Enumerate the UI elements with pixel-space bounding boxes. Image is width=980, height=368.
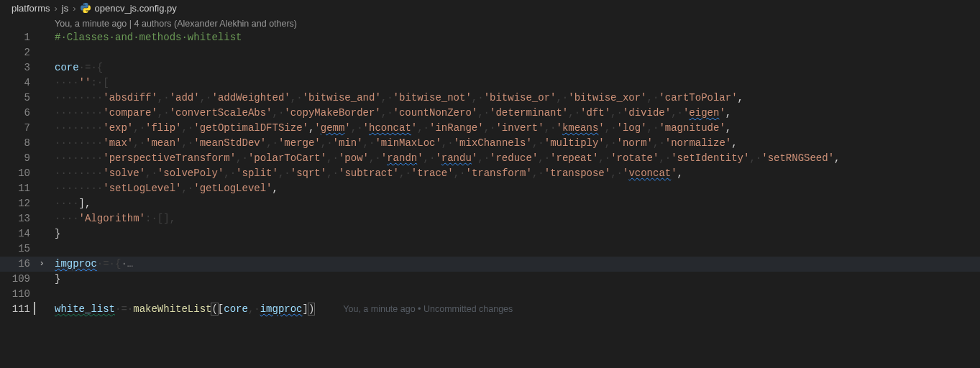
line-number: 6 bbox=[0, 106, 36, 121]
line-number: 12 bbox=[0, 196, 36, 211]
line-number: 3 bbox=[0, 60, 36, 75]
fold-collapsed-icon[interactable]: › bbox=[36, 257, 47, 272]
code-text: ········'solve',·'solvePoly',·'split',·'… bbox=[47, 166, 980, 181]
chevron-right-icon: › bbox=[73, 3, 75, 14]
line-number: 9 bbox=[0, 151, 36, 166]
breadcrumb-seg[interactable]: platforms bbox=[12, 3, 50, 14]
git-codelens[interactable]: You, a minute ago | 4 authors (Alexander… bbox=[0, 19, 980, 29]
line-number: 109 bbox=[0, 272, 36, 287]
code-editor[interactable]: 1#·Classes·and·methods·whitelist 2 3core… bbox=[0, 30, 980, 317]
breadcrumb-seg[interactable]: js bbox=[62, 3, 68, 14]
line-number: 15 bbox=[0, 242, 36, 257]
code-text: ········'absdiff',·'add',·'addWeighted',… bbox=[47, 91, 980, 106]
line-number: 1 bbox=[0, 30, 36, 45]
code-text: ········'perspectiveTransform',·'polarTo… bbox=[47, 151, 980, 166]
code-text: ········'setLogLevel',·'getLogLevel', bbox=[47, 181, 980, 196]
code-text: white_list·=·makeWhiteList([core,·imgpro… bbox=[47, 302, 980, 317]
line-number: 16 bbox=[0, 257, 36, 272]
line-number: 10 bbox=[0, 166, 36, 181]
chevron-right-icon: › bbox=[54, 3, 57, 14]
breadcrumb-file[interactable]: opencv_js.config.py bbox=[95, 3, 177, 14]
line-number: 14 bbox=[0, 226, 36, 242]
inline-git-blame[interactable]: You, a minute ago • Uncommitted changes bbox=[343, 304, 513, 314]
line-number: 110 bbox=[0, 287, 36, 302]
python-icon bbox=[81, 3, 91, 13]
line-number: 8 bbox=[0, 136, 36, 151]
line-number: 111 bbox=[0, 302, 36, 317]
line-number: 7 bbox=[0, 121, 36, 136]
code-text: ········'compare',·'convertScaleAbs',·'c… bbox=[47, 106, 980, 121]
line-number: 2 bbox=[0, 45, 36, 60]
code-text: ········'exp',·'flip',·'getOptimalDFTSiz… bbox=[47, 121, 980, 136]
line-number: 5 bbox=[0, 91, 36, 106]
gutter-cursor-indicator bbox=[34, 302, 35, 315]
line-number: 11 bbox=[0, 181, 36, 196]
breadcrumb[interactable]: platforms › js › opencv_js.config.py bbox=[0, 0, 980, 16]
line-number: 4 bbox=[0, 75, 36, 91]
code-text: #·Classes·and·methods·whitelist bbox=[55, 32, 242, 43]
code-text: ········'max',·'mean',·'meanStdDev',·'me… bbox=[47, 136, 980, 151]
line-number: 13 bbox=[0, 211, 36, 226]
folded-ellipsis[interactable]: ·… bbox=[121, 258, 133, 270]
